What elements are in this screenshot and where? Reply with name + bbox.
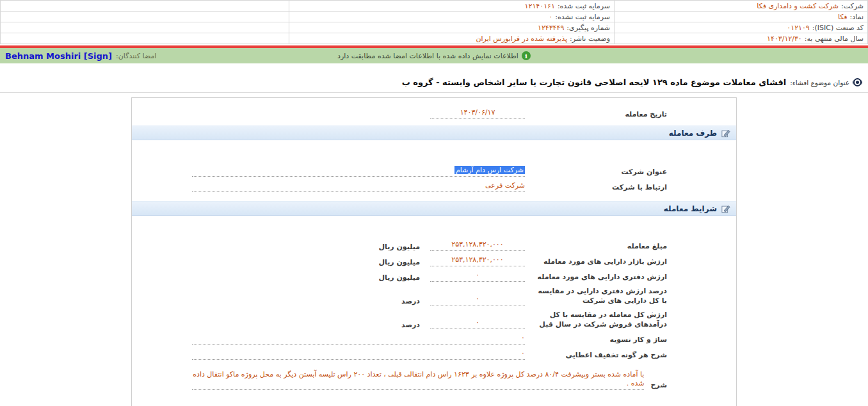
section-header-terms: شرایط معامله — [132, 201, 736, 216]
sales-ratio-percent: ۰ — [430, 318, 525, 329]
company-name-value: شرکت ارس دام آرشام — [192, 166, 525, 177]
field-row-market-value: ارزش بازار دارایی های مورد معامله ۲۵۳,۱۲… — [132, 256, 736, 266]
issuer-status-label: وضعیت ناشر: — [570, 35, 610, 43]
isic-value: ۰۱۲۱۰۹ — [787, 24, 812, 32]
field-row-company-title: عنوان شرکت شرکت ارس دام آرشام — [132, 166, 736, 177]
company-info-table: شرکت:شرکت کشت و دامداری فکا سرمایه ثبت ش… — [0, 0, 868, 44]
empty-cell — [1, 1, 289, 12]
registered-capital-value: ۱۲۱۴۰۱۶۱ — [525, 2, 558, 10]
transaction-amount-value: ۲۵۳,۱۲۸,۳۲۰,۰۰۰ — [430, 240, 525, 251]
page-title: افشای معاملات موضوع ماده ۱۲۹ لایحه اصلاح… — [402, 77, 787, 87]
table-row: سال مالی منتهی به:۱۴۰۳/۱۲/۳۰ وضعیت ناشر:… — [1, 33, 868, 44]
issuer-status-value: پذیرفته شده در فرابورس ایران — [476, 35, 570, 43]
field-row-book-value-percent: درصد ارزش دفتری دارایی در مقایسه با کل د… — [132, 286, 736, 305]
field-unit: درصد — [361, 297, 430, 305]
fiscal-year-label: سال مالی منتهی به: — [805, 35, 864, 43]
field-row-sales-ratio-percent: ارزش کل معامله در مقایسه با کل درآمدهای … — [132, 310, 736, 329]
field-unit: درصد — [361, 321, 430, 329]
info-icon: i — [522, 51, 531, 60]
field-row-company-relation: ارتباط با شرکت شرکت فرعی — [132, 181, 736, 192]
field-label: ساز و کار تسویه — [525, 335, 667, 345]
empty-cell — [1, 22, 289, 33]
company-value: شرکت کشت و دامداری فکا — [757, 2, 841, 10]
isic-label: کد صنعت (ISIC): — [812, 24, 864, 32]
match-message-text: اطلاعات نمایش داده شده با اطلاعات امضا ش… — [337, 52, 518, 60]
ticker-label: نماد: — [850, 13, 864, 21]
field-row-discount-description: شرح هر گونه تخفیف اعطایی ۰ — [132, 349, 736, 360]
field-label: شرح هر گونه تخفیف اعطایی — [525, 350, 667, 360]
company-label: شرکت: — [841, 2, 864, 10]
company-relation-value: شرکت فرعی — [192, 181, 525, 192]
field-label: ارزش کل معامله در مقایسه با کل درآمدهای … — [525, 310, 667, 329]
disclosure-subject-row: عنوان موضوع افشاء: افشای معاملات موضوع م… — [0, 74, 868, 93]
section-title: طرف معامله — [669, 129, 717, 138]
field-label: ارزش دفتری دارایی های مورد معامله — [525, 272, 667, 282]
field-row-book-value: ارزش دفتری دارایی های مورد معامله ۰ میلی… — [132, 271, 736, 282]
field-label: تاریخ معامله — [525, 110, 667, 119]
registered-capital-label: سرمایه ثبت شده: — [558, 2, 610, 10]
field-row-settlement-mechanism: ساز و کار تسویه ۰ — [132, 334, 736, 345]
ticker-value: فکا — [838, 13, 850, 21]
target-icon — [853, 78, 862, 86]
field-row-amount: مبلغ معامله ۲۵۳,۱۲۸,۳۲۰,۰۰۰ میلیون ریال — [132, 240, 736, 251]
book-value-percent: ۰ — [430, 295, 525, 305]
table-row: کد صنعت (ISIC):۰۱۲۱۰۹ شماره پیگیری:۱۲۴۳۴… — [1, 22, 868, 33]
section-header-counterparty: طرف معامله — [132, 126, 736, 140]
field-label: ارتباط با شرکت — [525, 183, 667, 192]
transaction-date-value: ۱۴۰۳/۰۶/۱۷ — [430, 108, 525, 119]
field-unit: میلیون ریال — [361, 273, 430, 282]
field-row-transaction-date: تاریخ معامله ۱۴۰۳/۰۶/۱۷ — [132, 108, 736, 119]
signer-link[interactable]: Behnam Moshiri [Sign] — [5, 51, 112, 61]
disclosure-form-card: تاریخ معامله ۱۴۰۳/۰۶/۱۷ طرف معامله عنوان… — [131, 97, 737, 406]
market-value: ۲۵۳,۱۲۸,۳۲۰,۰۰۰ — [430, 256, 525, 266]
empty-cell — [1, 12, 289, 22]
unregistered-capital-value: ۰ — [549, 13, 555, 21]
discount-description-value: ۰ — [192, 349, 525, 360]
field-label: ارزش بازار دارایی های مورد معامله — [525, 257, 667, 266]
field-row-description: شرح با آماده شده بستر وپیشرفت ۸۰/۴ درصد … — [132, 370, 736, 390]
unregistered-capital-label: سرمایه ثبت نشده: — [555, 13, 610, 21]
highlighted-text: شرکت ارس دام آرشام — [454, 166, 525, 174]
edit-icon — [721, 204, 731, 213]
description-value: با آماده شده بستر وپیشرفت ۸۰/۴ درصد کل پ… — [192, 370, 644, 390]
empty-cell — [1, 33, 289, 44]
fiscal-year-value: ۱۴۰۳/۱۲/۳۰ — [767, 35, 805, 43]
signature-banner: i اطلاعات نمایش داده شده با اطلاعات امضا… — [0, 48, 868, 63]
edit-icon — [721, 129, 731, 138]
table-row: شرکت:شرکت کشت و دامداری فکا سرمایه ثبت ش… — [1, 1, 868, 12]
signers-label: امضا کنندگان: — [116, 52, 156, 60]
field-label: مبلغ معامله — [525, 241, 667, 251]
tracking-number-value: ۱۲۴۳۴۴۹ — [538, 24, 567, 32]
subject-prefix: عنوان موضوع افشاء: — [790, 79, 849, 86]
field-unit: میلیون ریال — [361, 243, 430, 251]
section-title: شرایط معامله — [664, 204, 717, 213]
book-value: ۰ — [430, 271, 525, 282]
field-label: عنوان شرکت — [525, 167, 667, 177]
field-label: شرح — [644, 380, 667, 390]
field-label: درصد ارزش دفتری دارایی در مقایسه با کل د… — [525, 286, 667, 305]
tracking-number-label: شماره پیگیری: — [567, 24, 610, 32]
signers-area: Behnam Moshiri [Sign] امضا کنندگان: — [5, 48, 156, 63]
table-row: نماد:فکا سرمایه ثبت نشده:۰ — [1, 12, 868, 22]
field-unit: میلیون ریال — [361, 258, 430, 266]
settlement-mechanism-value: ۰ — [192, 334, 525, 345]
